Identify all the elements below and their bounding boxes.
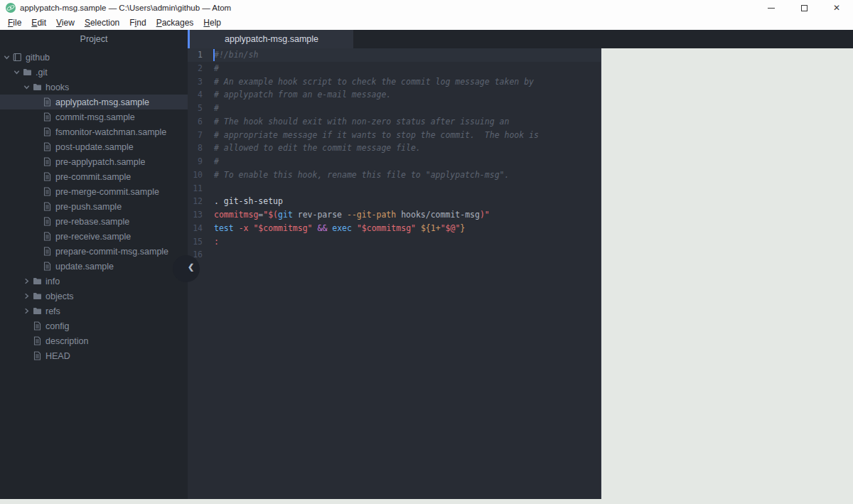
- tree-item-post-update-sample[interactable]: post-update.sample: [0, 139, 188, 154]
- tree-item-fsmonitor-watchman-sample[interactable]: fsmonitor-watchman.sample: [0, 124, 188, 139]
- atom-window: applypatch-msg.sample — C:\Users\admin\g…: [0, 0, 853, 504]
- menu-view[interactable]: View: [51, 16, 80, 30]
- tree-item-pre-push-sample[interactable]: pre-push.sample: [0, 199, 188, 214]
- file-icon: [33, 336, 42, 345]
- menu-packages[interactable]: Packages: [151, 16, 199, 30]
- line-number: 8: [188, 141, 213, 155]
- menu-edit[interactable]: Edit: [26, 16, 51, 30]
- file-icon: [43, 232, 52, 241]
- line-number: 13: [188, 208, 213, 222]
- folder-icon: [33, 277, 42, 286]
- tab-bar: applypatch-msg.sample: [188, 30, 853, 48]
- tree-item-label: hooks: [45, 82, 69, 92]
- tree-item-label: pre-receive.sample: [55, 232, 131, 242]
- maximize-button[interactable]: [788, 0, 820, 16]
- tree-item-pre-receive-sample[interactable]: pre-receive.sample: [0, 229, 188, 244]
- tree-item-label: applypatch-msg.sample: [55, 97, 149, 107]
- window-title: applypatch-msg.sample — C:\Users\admin\g…: [20, 4, 231, 12]
- tree-item-commit-msg-sample[interactable]: commit-msg.sample: [0, 109, 188, 124]
- blank-region-bottom: [0, 499, 853, 504]
- chevron-down-icon: [13, 68, 21, 76]
- menu-bar: FileEditViewSelectionFindPackagesHelp: [0, 16, 853, 30]
- line-number-gutter: 12345678910111213141516: [188, 48, 213, 262]
- project-tree: github.githooksapplypatch-msg.samplecomm…: [0, 50, 188, 363]
- tree-item-github[interactable]: github: [0, 50, 188, 65]
- tree-item-config[interactable]: config: [0, 318, 188, 333]
- tree-item-pre-commit-sample[interactable]: pre-commit.sample: [0, 169, 188, 184]
- chevron-down-icon: [23, 83, 31, 91]
- folder-icon: [33, 291, 42, 301]
- line-number: 14: [188, 222, 213, 235]
- tree-item-description[interactable]: description: [0, 333, 188, 348]
- tree-item-applypatch-msg-sample[interactable]: applypatch-msg.sample: [0, 95, 188, 109]
- tree-item-label: commit-msg.sample: [55, 112, 135, 122]
- close-icon: ✕: [833, 3, 840, 13]
- tab-label: applypatch-msg.sample: [225, 34, 318, 44]
- tree-item-label: .git: [36, 68, 48, 77]
- line-number: 7: [188, 129, 213, 142]
- close-button[interactable]: ✕: [820, 0, 853, 16]
- file-icon: [43, 142, 52, 151]
- tree-item-pre-rebase-sample[interactable]: pre-rebase.sample: [0, 214, 188, 229]
- tree-item-prepare-commit-msg-sample[interactable]: prepare-commit-msg.sample: [0, 244, 188, 259]
- tree-item-label: github: [26, 53, 50, 63]
- file-icon: [43, 157, 52, 166]
- text-cursor: [213, 49, 215, 61]
- file-icon: [33, 321, 42, 331]
- line-number: 2: [188, 62, 213, 75]
- file-icon: [43, 217, 52, 226]
- menu-file[interactable]: File: [3, 16, 26, 30]
- tree-item-label: pre-merge-commit.sample: [55, 187, 159, 197]
- file-icon: [33, 351, 42, 360]
- tree-item-objects[interactable]: objects: [0, 289, 188, 304]
- tree-item-head[interactable]: HEAD: [0, 348, 188, 363]
- file-icon: [43, 97, 52, 107]
- repo-icon: [13, 53, 22, 62]
- tab-applypatch-msg-sample[interactable]: applypatch-msg.sample: [190, 30, 353, 48]
- tree-item-label: refs: [45, 306, 60, 316]
- tree-item--git[interactable]: .git: [0, 65, 188, 80]
- tree-item-info[interactable]: info: [0, 274, 188, 289]
- tree-item-label: pre-rebase.sample: [55, 217, 129, 227]
- project-header: Project: [0, 30, 188, 48]
- minimize-button[interactable]: [755, 0, 788, 16]
- file-icon: [43, 262, 52, 271]
- tree-item-label: info: [45, 277, 60, 286]
- tree-view-toggle-button[interactable]: ❮: [173, 255, 200, 282]
- tree-item-label: pre-applypatch.sample: [55, 157, 145, 167]
- tree-item-pre-applypatch-sample[interactable]: pre-applypatch.sample: [0, 154, 188, 169]
- tree-item-label: post-update.sample: [55, 142, 134, 152]
- chevron-right-icon: [23, 277, 31, 285]
- tree-item-pre-merge-commit-sample[interactable]: pre-merge-commit.sample: [0, 184, 188, 199]
- tree-item-update-sample[interactable]: update.sample: [0, 259, 188, 274]
- tree-item-label: pre-push.sample: [55, 202, 122, 212]
- line-number: 9: [188, 155, 213, 168]
- tree-item-label: config: [45, 321, 69, 331]
- tree-item-label: HEAD: [45, 351, 70, 361]
- line-number: 4: [188, 88, 213, 102]
- file-icon: [43, 202, 52, 211]
- file-icon: [43, 127, 52, 136]
- menu-selection[interactable]: Selection: [80, 16, 124, 30]
- maximize-icon: [801, 5, 808, 11]
- tree-view-panel: Project github.githooksapplypatch-msg.sa…: [0, 30, 188, 504]
- tree-item-label: pre-commit.sample: [55, 172, 131, 182]
- tree-item-label: objects: [45, 291, 74, 301]
- menu-help[interactable]: Help: [198, 16, 226, 30]
- line-number: 15: [188, 235, 213, 249]
- tree-item-label: update.sample: [55, 262, 114, 272]
- menu-find[interactable]: Find: [124, 16, 151, 30]
- line-number: 6: [188, 115, 213, 129]
- chevron-right-icon: [23, 307, 31, 315]
- line-number: 3: [188, 75, 213, 89]
- file-icon: [43, 247, 52, 256]
- tree-item-refs[interactable]: refs: [0, 304, 188, 318]
- line-number: 11: [188, 182, 213, 195]
- chevron-right-icon: [23, 292, 31, 300]
- tree-item-label: fsmonitor-watchman.sample: [55, 127, 166, 137]
- chevron-down-icon: [3, 53, 11, 61]
- tree-item-label: description: [45, 336, 88, 346]
- blank-region-right: [601, 48, 853, 499]
- folder-icon: [33, 82, 42, 92]
- tree-item-hooks[interactable]: hooks: [0, 80, 188, 95]
